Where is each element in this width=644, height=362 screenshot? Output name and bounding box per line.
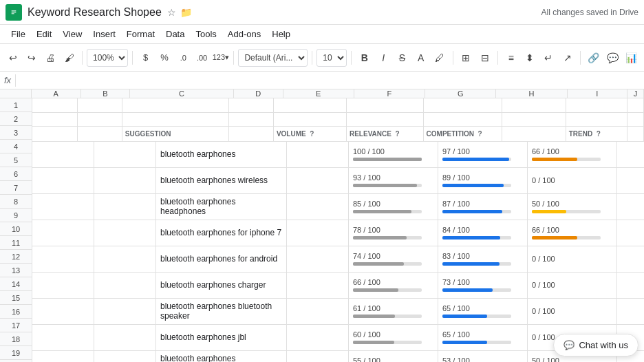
cell-g3-competition[interactable]: COMPETITION ? <box>423 126 502 141</box>
cell-a-6[interactable] <box>32 299 94 324</box>
col-header-a[interactable]: A <box>32 89 81 98</box>
cell-b-6[interactable] <box>94 299 156 324</box>
col-header-j[interactable]: J <box>627 89 644 98</box>
row-header-14[interactable]: 14 <box>0 277 32 291</box>
menu-data[interactable]: Data <box>160 28 190 41</box>
cell-a1[interactable] <box>32 98 77 112</box>
cell-keyword-8[interactable]: bluetooth earphones powerbanks chargers <box>156 351 287 363</box>
cell-h3[interactable] <box>502 126 566 141</box>
cell-e1[interactable] <box>273 98 346 112</box>
chat-widget[interactable]: 💬 Chat with us <box>553 334 638 356</box>
cell-volume-4[interactable]: 74 / 100 <box>349 246 438 272</box>
row-header-3[interactable]: 3 <box>0 126 32 140</box>
cell-j3[interactable] <box>627 126 644 141</box>
row-header-5[interactable]: 5 <box>0 153 32 167</box>
cell-j2[interactable] <box>627 112 644 126</box>
cell-competition-4[interactable]: 0 / 100 <box>528 246 617 272</box>
cell-a-5[interactable] <box>32 273 94 298</box>
cell-h-5[interactable] <box>617 273 644 298</box>
row-header-16[interactable]: 16 <box>0 305 32 319</box>
cell-h-4[interactable] <box>617 246 644 272</box>
row-header-8[interactable]: 8 <box>0 195 32 209</box>
folder-icon[interactable]: 📁 <box>180 7 192 18</box>
cell-relevance-1[interactable]: 89 / 100 <box>438 168 528 193</box>
bold-button[interactable]: B <box>356 48 373 67</box>
row-header-4[interactable]: 4 <box>0 140 32 153</box>
menu-view[interactable]: View <box>57 28 87 41</box>
cell-a2[interactable] <box>32 112 77 126</box>
cell-competition-6[interactable]: 0 / 100 <box>528 299 617 324</box>
cell-volume-1[interactable]: 93 / 100 <box>349 168 438 193</box>
redo-button[interactable]: ↪ <box>23 48 40 67</box>
cell-d-4[interactable] <box>287 246 349 272</box>
cell-c1[interactable] <box>122 98 228 112</box>
menu-addons[interactable]: Add-ons <box>222 28 266 41</box>
cell-c3-suggestion[interactable]: SUGGESTION <box>122 126 228 141</box>
cell-e2[interactable] <box>273 112 346 126</box>
cell-keyword-2[interactable]: bluetooth earphones headphones <box>156 194 287 220</box>
cell-i2[interactable] <box>566 112 627 126</box>
row-header-2[interactable]: 2 <box>0 112 32 126</box>
cell-keyword-4[interactable]: bluetooth earphones for android <box>156 246 287 272</box>
cell-keyword-3[interactable]: bluetooth earphones for iphone 7 <box>156 220 287 246</box>
cell-h-6[interactable] <box>617 299 644 324</box>
cell-g1[interactable] <box>423 98 502 112</box>
cell-volume-7[interactable]: 60 / 100 <box>349 325 438 350</box>
zoom-select[interactable]: 100% <box>87 49 128 67</box>
cell-b-4[interactable] <box>94 246 156 272</box>
cell-b1[interactable] <box>77 98 122 112</box>
col-header-i[interactable]: I <box>568 89 627 98</box>
cell-a-3[interactable] <box>32 220 94 246</box>
cell-keyword-5[interactable]: bluetooth earphones charger <box>156 273 287 298</box>
cell-relevance-6[interactable]: 65 / 100 <box>438 299 528 324</box>
row-header-12[interactable]: 12 <box>0 250 32 264</box>
cell-b-8[interactable] <box>94 351 156 363</box>
cell-f1[interactable] <box>346 98 423 112</box>
row-header-9[interactable]: 9 <box>0 209 32 222</box>
cell-keyword-6[interactable]: bluetooth earphones bluetooth speaker <box>156 299 287 324</box>
row-header-1[interactable]: 1 <box>0 98 32 112</box>
borders-button[interactable]: ⊞ <box>458 48 475 67</box>
percent-button[interactable]: % <box>155 48 173 67</box>
row-header-13[interactable]: 13 <box>0 264 32 277</box>
cell-relevance-7[interactable]: 65 / 100 <box>438 325 528 350</box>
menu-tools[interactable]: Tools <box>190 28 222 41</box>
menu-format[interactable]: Format <box>121 28 160 41</box>
highlight-button[interactable]: 🖊 <box>431 48 448 67</box>
cell-competition-0[interactable]: 66 / 100 <box>528 142 617 167</box>
cell-c2[interactable] <box>122 112 228 126</box>
cell-d3[interactable] <box>228 126 273 141</box>
cell-a-7[interactable] <box>32 325 94 350</box>
cell-h-2[interactable] <box>617 194 644 220</box>
print-button[interactable]: 🖨 <box>42 48 59 67</box>
font-size-select[interactable]: 10 <box>316 49 347 67</box>
decimal-inc-button[interactable]: .00 <box>193 48 211 67</box>
decimal-dec-button[interactable]: .0 <box>175 48 192 67</box>
cell-b-7[interactable] <box>94 325 156 350</box>
undo-button[interactable]: ↩ <box>4 48 21 67</box>
menu-file[interactable]: File <box>6 28 31 41</box>
menu-edit[interactable]: Edit <box>31 28 57 41</box>
cell-keyword-1[interactable]: bluetooth earphones wireless <box>156 168 287 193</box>
cell-competition-5[interactable]: 0 / 100 <box>528 273 617 298</box>
strikethrough-button[interactable]: S <box>394 48 411 67</box>
cell-b-3[interactable] <box>94 220 156 246</box>
chart-button[interactable]: 📊 <box>623 48 640 67</box>
star-icon[interactable]: ☆ <box>167 7 176 18</box>
cell-b-0[interactable] <box>94 142 156 167</box>
cell-j1[interactable] <box>627 98 644 112</box>
cell-volume-8[interactable]: 55 / 100 <box>349 351 438 363</box>
cell-e3-volume[interactable]: VOLUME ? <box>273 126 346 141</box>
formula-input[interactable] <box>20 73 640 88</box>
col-header-c[interactable]: C <box>130 89 234 98</box>
cell-i3-trend[interactable]: TREND ? <box>566 126 627 141</box>
menu-help[interactable]: Help <box>266 28 296 41</box>
merge-button[interactable]: ⊟ <box>476 48 493 67</box>
cell-keyword-0[interactable]: bluetooth earphones <box>156 142 287 167</box>
paint-format-button[interactable]: 🖌 <box>61 48 78 67</box>
cell-competition-1[interactable]: 0 / 100 <box>528 168 617 193</box>
row-header-6[interactable]: 6 <box>0 167 32 181</box>
cell-i1[interactable] <box>566 98 627 112</box>
col-header-g[interactable]: G <box>425 89 496 98</box>
cell-b-1[interactable] <box>94 168 156 193</box>
